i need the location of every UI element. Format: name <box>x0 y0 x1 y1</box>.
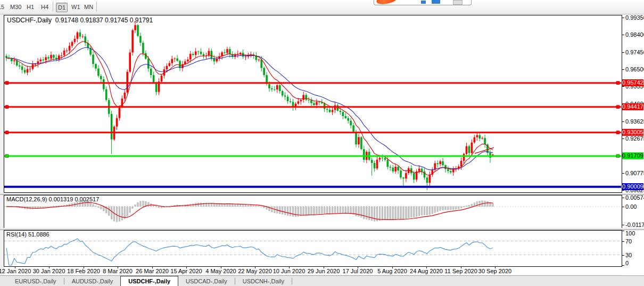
axis-tick <box>622 198 624 198</box>
axis-tick <box>622 190 624 191</box>
date-label: 30 Jan 2020 <box>33 268 65 274</box>
rsi-chart[interactable] <box>4 231 621 266</box>
date-label: 29 Jun 2020 <box>308 268 340 274</box>
price-tick-label: 0.99350 <box>625 14 644 21</box>
tab-usdcnh[interactable]: USDCNH-,Daily <box>235 276 292 286</box>
price-tick-label: 0.93625 <box>625 118 644 125</box>
overlay-glyph-icon[interactable] <box>432 0 440 4</box>
axis-tick <box>622 255 624 256</box>
tab-eurusd[interactable]: EURUSD-,Daily <box>7 276 64 286</box>
tab-usdcad[interactable]: USDCAD-,Daily <box>178 276 235 286</box>
line-handle[interactable] <box>5 81 9 85</box>
line-handle[interactable] <box>616 154 620 158</box>
candlestick-chart[interactable] <box>4 15 621 192</box>
macd-tick-label: 0.00 <box>625 203 637 210</box>
timeframe-button-w1[interactable]: W1 <box>70 3 82 11</box>
panel-splitter[interactable] <box>0 193 644 195</box>
timeframe-button-d1[interactable]: D1 <box>56 3 68 12</box>
toolbar-separator <box>96 2 97 12</box>
line-handle[interactable] <box>5 154 9 158</box>
date-label: 26 Mar 2020 <box>136 268 169 274</box>
rsi-tick-label: 0 <box>625 260 629 266</box>
date-label: 10 Jun 2020 <box>273 268 306 274</box>
price-badge: 0.95742 <box>622 79 643 86</box>
floating-overlay-window[interactable] <box>374 0 472 5</box>
toolbar-separator <box>53 2 54 12</box>
axis-tick <box>622 265 624 266</box>
chart-ohlc-values: 0.91748 0.91837 0.91745 0.91791 <box>55 17 153 24</box>
axis-tick <box>622 207 624 207</box>
timeframe-button-h1[interactable]: H1 <box>25 3 36 11</box>
line-handle[interactable] <box>5 131 9 134</box>
axis-tick <box>622 52 624 53</box>
axis-tick <box>622 18 624 18</box>
rsi-label: RSI(14) 51.0886 <box>6 231 49 238</box>
tab-divider <box>292 278 292 284</box>
chart-title: USDCHF-,Daily 0.91748 0.91837 0.91745 0.… <box>7 17 153 24</box>
chart-symbol: USDCHF-,Daily <box>7 17 52 24</box>
overlay-button[interactable] <box>453 0 463 5</box>
symbol-tab-bar: EURUSD-,Daily AUDUSD-,Daily USDCHF-,Dail… <box>0 275 644 286</box>
slow-ma <box>6 48 493 170</box>
rsi-tick-label: 70 <box>625 238 632 244</box>
price-tick-label: 0.97450 <box>625 49 644 55</box>
date-label: 11 Sep 2020 <box>444 268 477 274</box>
macd-name: MACD(12,26,9) <box>6 196 47 202</box>
line-handle[interactable] <box>616 105 620 109</box>
line-handle[interactable] <box>616 81 620 85</box>
axis-tick <box>622 69 624 70</box>
timeframe-button-m15[interactable]: 15 <box>0 3 6 11</box>
tab-audusd[interactable]: AUDUSD-,Daily <box>64 276 121 286</box>
price-badge: 0.93005 <box>622 129 643 136</box>
panel-splitter[interactable] <box>0 228 644 230</box>
price-tick-label: 0.92675 <box>625 135 644 142</box>
price-badge: 0.94417 <box>622 103 643 110</box>
axis-tick <box>622 173 624 174</box>
timeframe-button-h4[interactable]: H4 <box>39 3 50 11</box>
date-label: 22 May 2020 <box>238 268 272 274</box>
date-label: 4 May 2020 <box>205 268 236 274</box>
date-label: 15 Apr 2020 <box>170 268 202 274</box>
rsi-value: 51.0886 <box>28 231 49 238</box>
price-badge: 0.90009 <box>622 183 643 190</box>
date-label: 5 Aug 2020 <box>377 268 407 274</box>
axis-tick <box>622 86 624 87</box>
axis-tick <box>622 138 624 139</box>
axis-tick <box>622 231 624 231</box>
timeframe-toolbar: 15 M30 H1 H4 D1 W1 MN <box>0 0 644 14</box>
macd-values: 0.001319 0.002517 <box>48 196 99 202</box>
rsi-tick-label: 100 <box>625 230 635 236</box>
rsi-tick-label: 30 <box>625 252 632 258</box>
tab-usdchf[interactable]: USDCHF-,Daily <box>120 276 178 286</box>
axis-tick <box>622 241 624 242</box>
timeframe-button-mn[interactable]: MN <box>82 3 95 11</box>
rsi-line <box>6 239 493 265</box>
mt4-terminal: 15 M30 H1 H4 D1 W1 MN USDCHF-,Daily 0.91… <box>0 0 644 286</box>
overlay-glyph-icon[interactable] <box>421 1 426 4</box>
date-label: 24 Aug 2020 <box>410 268 443 274</box>
axis-tick <box>622 35 624 35</box>
date-label: 18 Feb 2020 <box>67 268 100 274</box>
axis-tick <box>622 121 624 122</box>
axis-tick <box>622 225 624 225</box>
price-tick-label: 0.98400 <box>625 31 644 38</box>
macd-tick-label: -0.011738 <box>625 222 644 228</box>
date-label: 30 Sep 2020 <box>478 268 511 274</box>
rsi-name: RSI(14) <box>6 231 27 238</box>
date-label: 8 Mar 2020 <box>103 268 133 274</box>
line-handle[interactable] <box>616 131 620 134</box>
macd-label: MACD(12,26,9) 0.001319 0.002517 <box>6 196 99 202</box>
price-badge: 0.91709 <box>622 152 643 159</box>
fast-ma <box>6 42 493 175</box>
macd-tick-label: 0.005744 <box>625 194 644 201</box>
date-label: 12 Jan 2020 <box>0 268 31 274</box>
timeframe-button-m30[interactable]: M30 <box>9 3 23 11</box>
date-label: 17 Jul 2020 <box>343 268 373 274</box>
overlay-logo-icon <box>376 0 398 5</box>
candlestick-layer <box>5 21 493 190</box>
price-tick-label: 0.96500 <box>625 66 644 72</box>
price-tick-label: 0.90775 <box>625 170 644 176</box>
line-handle[interactable] <box>5 105 9 109</box>
